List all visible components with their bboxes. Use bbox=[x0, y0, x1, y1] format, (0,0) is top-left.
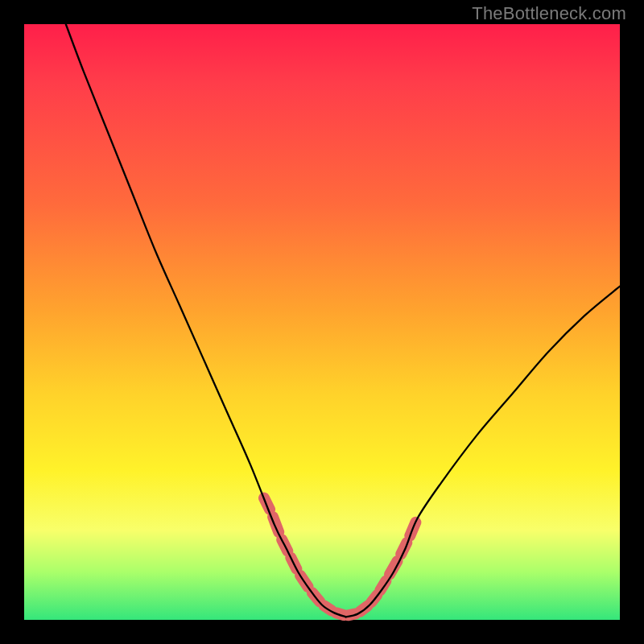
curve-left bbox=[66, 24, 346, 617]
plot-area bbox=[24, 24, 620, 620]
chart-frame: TheBottleneck.com bbox=[0, 0, 644, 644]
curve-right bbox=[346, 287, 620, 617]
watermark-text: TheBottleneck.com bbox=[472, 3, 626, 24]
marker-segments bbox=[264, 498, 415, 616]
curve-svg bbox=[24, 24, 620, 620]
